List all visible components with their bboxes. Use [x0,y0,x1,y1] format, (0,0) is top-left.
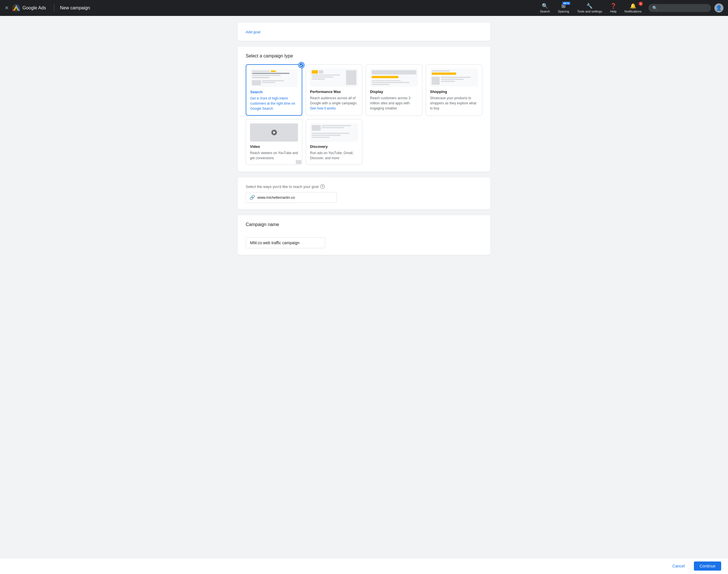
discovery-card-name: Discovery [310,145,358,149]
display-card-name: Display [370,89,418,94]
google-ads-logo-icon [12,4,20,12]
search-nav-label: Search [540,10,550,13]
avatar[interactable]: 👤 [714,3,723,12]
video-card-desc: Reach viewers on YouTube and get convers… [250,151,298,161]
page-title: New campaign [60,5,534,10]
display-card-image [370,69,418,87]
search-card-image [250,69,298,87]
nav-divider [54,4,54,12]
beta-badge: BETA [563,2,570,5]
notifications-nav-button[interactable]: 1 🔔 Notifications [621,2,645,14]
shopping-card-image [430,69,478,87]
tools-nav-label: Tools and settings [577,10,602,13]
performance-max-card-name: Performance Max [310,89,358,94]
svg-point-3 [12,9,14,11]
search-nav-button[interactable]: 🔍 Search [537,2,553,14]
top-navigation: ✕ Google Ads New campaign 🔍 Search BETA … [0,0,728,16]
campaign-name-input[interactable] [246,237,325,248]
campaign-type-card-discovery[interactable]: Discovery Run ads on YouTube, Gmail, Dis… [306,119,362,165]
performance-max-card-image [310,69,358,87]
main-content: Add goal Select a campaign type [233,16,495,283]
search-card-desc: Get in front of high-intent customers at… [250,96,298,111]
campaign-type-card-shopping[interactable]: Shopping Showcase your products to shopp… [426,64,482,116]
notification-badge: 1 [639,2,643,6]
goal-label: Select the ways you'd like to reach your… [246,184,482,189]
close-button[interactable]: ✕ [5,5,9,11]
goal-label-text: Select the ways you'd like to reach your… [246,184,319,189]
nav-actions: 🔍 Search BETA ⊞ Spacing 🔧 Tools and sett… [537,2,723,14]
help-nav-label: Help [610,10,616,13]
tools-settings-nav-button[interactable]: 🔧 Tools and settings [574,2,605,14]
play-button-icon [271,130,277,135]
campaign-type-card-display[interactable]: Display Reach customers across 3 million… [366,64,422,116]
shopping-card-desc: Showcase your products to shoppers as th… [430,95,478,111]
add-goal-section: Add goal [238,23,490,41]
app-name-label: Google Ads [23,5,46,10]
notifications-icon: 🔔 [630,3,636,9]
shopping-card-name: Shopping [430,89,478,94]
avatar-icon: 👤 [716,5,722,11]
add-goal-link[interactable]: Add goal [246,30,260,34]
discovery-card-image [310,123,358,141]
campaign-type-section: Select a campaign type [238,47,490,172]
tools-icon: 🔧 [587,3,593,9]
video-card-name: Video [250,145,298,149]
app-logo: Google Ads [12,4,46,12]
campaign-types-grid-row1: Search Get in front of high-intent custo… [246,64,482,116]
campaign-type-title: Select a campaign type [246,53,482,58]
campaign-types-grid-row2: Video Reach viewers on YouTube and get c… [246,119,482,165]
close-icon: ✕ [5,5,9,11]
help-circle-icon[interactable]: ? [320,184,325,189]
spacing-nav-label: Spacing [558,10,569,13]
campaign-type-card-performance-max[interactable]: Performance Max Reach audiences across a… [306,64,362,116]
selected-checkmark-icon [298,62,305,68]
notifications-nav-label: Notifications [624,10,642,13]
campaign-name-title: Campaign name [246,222,482,227]
nav-search-input[interactable] [659,6,707,10]
see-how-it-works-link[interactable]: See how it works [310,106,336,110]
campaign-type-card-video[interactable]: Video Reach viewers on YouTube and get c… [246,119,302,165]
spacing-nav-button[interactable]: BETA ⊞ Spacing [555,2,573,14]
url-input-wrapper[interactable]: 🔗 [246,192,337,203]
nav-search-box[interactable]: 🔍 [648,4,711,12]
goal-reach-section: Select the ways you'd like to reach your… [238,177,490,209]
video-card-image [250,123,298,141]
discovery-card-desc: Run ads on YouTube, Gmail, Discover, and… [310,151,358,161]
help-icon: ❓ [610,3,616,9]
campaign-type-card-search[interactable]: Search Get in front of high-intent custo… [246,64,302,116]
url-input[interactable] [257,195,333,200]
display-card-desc: Reach customers across 3 million sites a… [370,95,418,111]
link-icon: 🔗 [249,195,255,200]
campaign-name-section: Campaign name [238,215,490,255]
search-card-name: Search [250,90,298,94]
search-box-icon: 🔍 [652,6,657,10]
performance-max-card-desc: Reach audiences across all of Google wit… [310,95,358,111]
search-icon: 🔍 [542,3,548,9]
svg-point-6 [299,63,304,67]
help-nav-button[interactable]: ❓ Help [607,2,620,14]
